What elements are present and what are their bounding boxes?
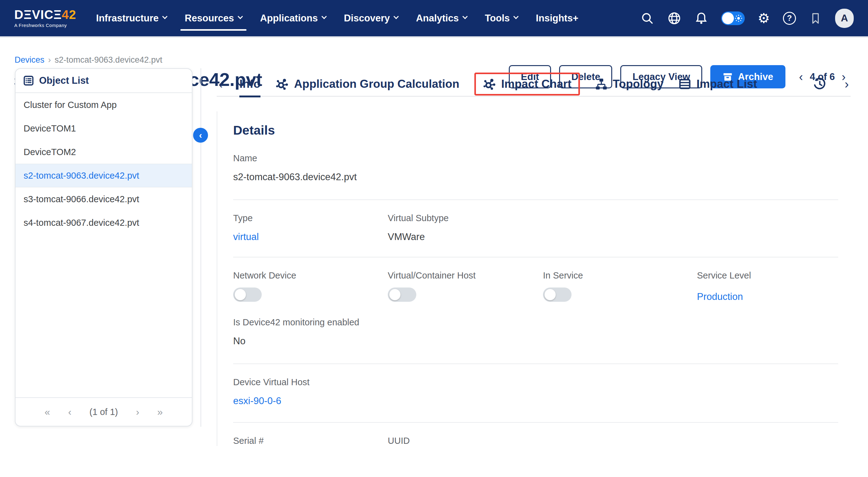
device-virtual-host-label: Device Virtual Host (233, 377, 838, 387)
sun-icon (735, 14, 743, 22)
logo-wordmark: DΞVICΞ42 (14, 8, 76, 21)
virtual-subtype-value: VMWare (388, 231, 542, 242)
list-item[interactable]: DeviceTOM1 (16, 116, 192, 140)
object-list: Cluster for Custom App DeviceTOM1 Device… (16, 93, 192, 397)
nav-item-analytics[interactable]: Analytics (416, 13, 467, 24)
device-virtual-host-link[interactable]: esxi-90-0-6 (233, 396, 281, 407)
service-level-value-link[interactable]: Production (697, 291, 743, 302)
virtual-container-host-label: Virtual/Container Host (388, 270, 543, 281)
tab-info[interactable]: Info (239, 72, 260, 97)
next-page-button[interactable]: › (136, 407, 140, 417)
details-heading: Details (233, 123, 838, 138)
device42-logo[interactable]: DΞVICΞ42 A Freshworks Company (14, 8, 76, 28)
user-avatar[interactable]: A (835, 9, 854, 28)
list-item[interactable]: Cluster for Custom App (16, 93, 192, 116)
theme-toggle-knob (722, 12, 734, 24)
object-list-header: Object List (16, 69, 192, 93)
prev-page-button[interactable]: ‹ (68, 407, 71, 417)
tab-application-group-calculation[interactable]: Application Group Calculation (275, 72, 459, 97)
serial-label: Serial # (233, 436, 388, 446)
navbar-right-icons: ⚙ ? A (641, 9, 854, 28)
impact-list-table-icon (678, 77, 691, 91)
monitoring-enabled-label: Is Device42 monitoring enabled (233, 317, 838, 328)
nav-item-insights[interactable]: Insights+ (536, 13, 578, 24)
in-service-label: In Service (543, 270, 697, 281)
main-content: ‹ Info Application Group Calculation Imp… (217, 72, 850, 446)
uuid-label: UUID (388, 436, 542, 446)
breadcrumb-current: s2-tomcat-9063.device42.pvt (55, 55, 162, 65)
breadcrumb: Devices › s2-tomcat-9063.device42.pvt (14, 55, 162, 65)
serial-row: Serial # UUID (233, 436, 838, 446)
type-row: Type virtual Virtual Subtype VMWare (233, 213, 838, 242)
notifications-bell-icon[interactable] (694, 11, 708, 25)
top-navbar: DΞVICΞ42 A Freshworks Company Infrastruc… (0, 0, 868, 37)
breadcrumb-separator: › (48, 55, 51, 65)
device42-app: DΞVICΞ42 A Freshworks Company Infrastruc… (0, 0, 868, 477)
object-list-sidebar: Object List Cluster for Custom App Devic… (15, 68, 192, 427)
object-list-pagination: « ‹ (1 of 1) › » (16, 397, 192, 426)
chevron-down-icon (238, 14, 243, 19)
network-device-label: Network Device (233, 270, 388, 281)
virtual-container-host-toggle[interactable] (388, 287, 416, 302)
help-icon[interactable]: ? (783, 12, 796, 25)
virtual-subtype-label: Virtual Subtype (388, 213, 542, 223)
section-divider (233, 422, 838, 423)
first-page-button[interactable]: « (45, 407, 50, 417)
object-list-icon (23, 75, 34, 86)
toggles-row: Network Device Virtual/Container Host In… (233, 270, 838, 302)
tabs-scroll-left[interactable]: ‹ (217, 78, 224, 90)
history-icon[interactable] (812, 77, 827, 91)
globe-icon[interactable] (667, 11, 681, 26)
tab-impact-list[interactable]: Impact List (678, 72, 757, 97)
list-item[interactable]: DeviceTOM2 (16, 140, 192, 164)
tab-impact-chart[interactable]: Impact Chart (483, 77, 571, 91)
tabs-scroll-right[interactable]: › (843, 78, 850, 90)
list-item[interactable]: s4-tomcat-9067.device42.pvt (16, 211, 192, 235)
sidebar-collapse-button[interactable]: ‹ (193, 128, 208, 143)
chevron-down-icon (514, 14, 519, 19)
tab-bar-end: › (812, 77, 850, 91)
section-divider (233, 364, 838, 364)
breadcrumb-devices-link[interactable]: Devices (14, 55, 44, 65)
in-service-toggle[interactable] (543, 287, 571, 302)
vertical-divider (200, 68, 201, 427)
impact-network-icon (483, 77, 496, 91)
last-page-button[interactable]: » (157, 407, 163, 417)
nav-item-tools[interactable]: Tools (485, 13, 518, 24)
name-value: s2-tomcat-9063.device42.pvt (233, 171, 838, 183)
nav-item-applications[interactable]: Applications (260, 13, 326, 24)
logo-tagline: A Freshworks Company (14, 23, 76, 28)
settings-gear-icon[interactable]: ⚙ (758, 11, 770, 25)
network-device-toggle[interactable] (233, 287, 262, 302)
impact-network-icon (275, 77, 289, 91)
object-list-title: Object List (39, 75, 89, 86)
nav-item-resources[interactable]: Resources (185, 13, 242, 24)
page-indicator: (1 of 1) (89, 407, 118, 417)
nav-item-discovery[interactable]: Discovery (344, 13, 398, 24)
tab-topology[interactable]: Topology (595, 72, 664, 97)
tab-bar: ‹ Info Application Group Calculation Imp… (217, 72, 850, 97)
chevron-down-icon (393, 14, 399, 19)
list-item-selected[interactable]: s2-tomcat-9063.device42.pvt (16, 164, 192, 187)
name-label: Name (233, 153, 838, 164)
chevron-down-icon (321, 14, 327, 19)
type-label: Type (233, 213, 388, 223)
section-divider (233, 199, 838, 200)
type-value-link[interactable]: virtual (233, 231, 259, 242)
search-icon[interactable] (641, 11, 654, 25)
nav-item-infrastructure[interactable]: Infrastructure (96, 13, 167, 24)
list-item[interactable]: s3-tomcat-9066.device42.pvt (16, 187, 192, 211)
info-panel: Details Name s2-tomcat-9063.device42.pvt… (217, 111, 850, 446)
chevron-down-icon (462, 14, 468, 19)
main-nav: Infrastructure Resources Applications Di… (96, 13, 578, 24)
section-divider (233, 257, 838, 258)
bookmark-icon[interactable] (809, 11, 822, 25)
impact-chart-highlight-box: Impact Chart (474, 73, 580, 96)
topology-hierarchy-icon (595, 77, 608, 91)
theme-toggle[interactable] (721, 11, 745, 25)
service-level-label: Service Level (697, 270, 851, 281)
monitoring-enabled-value: No (233, 336, 838, 347)
chevron-down-icon (162, 14, 168, 19)
